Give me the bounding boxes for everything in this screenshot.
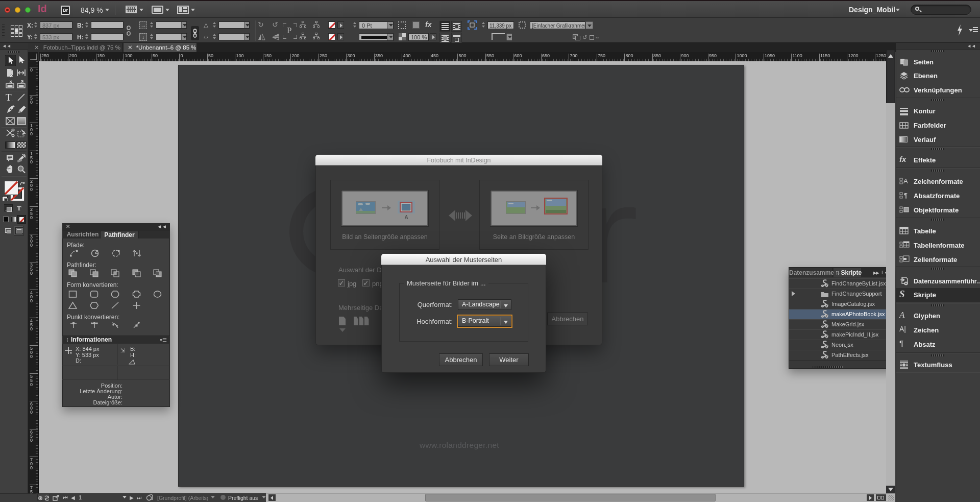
svg-text:¶: ¶: [904, 192, 908, 199]
svg-text:A: A: [903, 177, 908, 185]
